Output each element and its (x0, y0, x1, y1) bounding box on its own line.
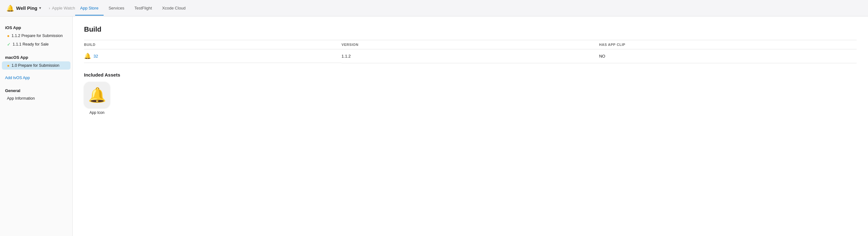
status-dot-yellow: ● (7, 33, 9, 38)
version-cell: 1.1.2 (341, 49, 599, 63)
tab-app-store[interactable]: App Store (75, 1, 103, 16)
build-section-title: Build (84, 25, 857, 33)
sidebar-item-label: App Information (7, 96, 35, 101)
col-header-version: VERSION (341, 40, 599, 49)
build-number-link[interactable]: 32 (93, 54, 98, 58)
chevron-down-icon: ▾ (39, 6, 41, 10)
sidebar-item-macos-10[interactable]: ● 1.0 Prepare for Submission (2, 61, 70, 70)
app-name: Well Ping (16, 5, 37, 11)
add-tvos-link[interactable]: Add tvOS App (0, 74, 72, 82)
table-row: 🔔 32 1.1.2 NO (84, 49, 857, 63)
tab-services[interactable]: Services (103, 1, 129, 16)
sidebar-item-label: 1.1.2 Prepare for Submission (11, 33, 63, 38)
tab-xcode-cloud[interactable]: Xcode Cloud (157, 1, 190, 16)
build-cell: 🔔 32 (84, 49, 341, 63)
top-nav: 🔔 Well Ping ▾ › Apple Watch App Store Se… (0, 0, 868, 17)
build-row-icon: 🔔 (84, 53, 91, 59)
status-dot-yellow-macos: ● (7, 63, 9, 68)
sidebar-item-app-information[interactable]: App Information (2, 95, 70, 102)
layout: iOS App ● 1.1.2 Prepare for Submission ✓… (0, 17, 868, 236)
sidebar-ios-section: iOS App (0, 23, 72, 31)
col-header-has-app-clip: HAS APP CLIP (599, 40, 857, 49)
build-table: BUILD VERSION HAS APP CLIP 🔔 32 1.1.2 NO (84, 40, 857, 63)
asset-icon-wrapper: 🔔 (84, 82, 110, 108)
sidebar-general-section: General (0, 86, 72, 94)
app-logo[interactable]: 🔔 Well Ping ▾ (6, 4, 41, 12)
sidebar-item-label: 1.1.1 Ready for Sale (12, 42, 49, 47)
asset-card-app-icon: 🔔 App Icon (84, 82, 110, 115)
has-app-clip-cell: NO (599, 49, 857, 63)
sidebar-macos-section: macOS App (0, 53, 72, 61)
tab-testflight[interactable]: TestFlight (129, 1, 157, 16)
nav-tabs: App Store Services TestFlight Xcode Clou… (75, 1, 191, 15)
sidebar: iOS App ● 1.1.2 Prepare for Submission ✓… (0, 17, 73, 236)
breadcrumb-inactive: Apple Watch (52, 6, 75, 10)
app-logo-icon: 🔔 (6, 4, 14, 12)
asset-label: App Icon (89, 110, 104, 115)
status-dot-green: ✓ (7, 42, 11, 47)
asset-icon: 🔔 (88, 86, 106, 103)
included-assets-title: Included Assets (84, 72, 857, 78)
breadcrumb-separator: › (49, 6, 50, 10)
sidebar-item-ios-111[interactable]: ✓ 1.1.1 Ready for Sale (2, 40, 70, 48)
sidebar-item-label: 1.0 Prepare for Submission (11, 63, 59, 68)
sidebar-item-ios-112[interactable]: ● 1.1.2 Prepare for Submission (2, 32, 70, 40)
col-header-build: BUILD (84, 40, 341, 49)
main-content: Build BUILD VERSION HAS APP CLIP 🔔 32 1.… (73, 17, 868, 236)
